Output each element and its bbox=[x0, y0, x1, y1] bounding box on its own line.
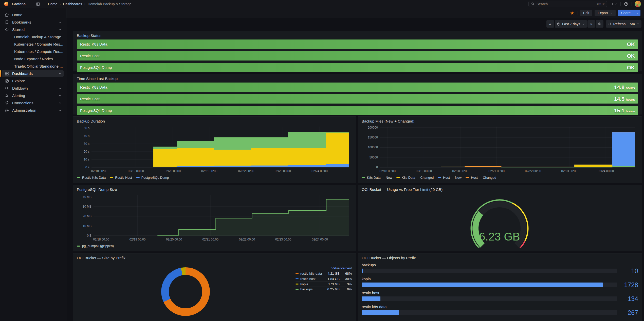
nav-divider bbox=[620, 2, 621, 6]
donut-hole bbox=[169, 275, 202, 308]
add-button[interactable] bbox=[610, 2, 618, 7]
sidebar-item-label: Explore bbox=[12, 79, 62, 83]
sidebar-item-explore[interactable]: Explore bbox=[2, 77, 64, 85]
objects-by-prefix-bars: backups 10 kopia 1728 restic bbox=[362, 263, 638, 315]
panel-title[interactable]: OCI Bucket — Usage vs Free Tier Limit (2… bbox=[362, 187, 638, 192]
legend-swatch bbox=[77, 246, 80, 247]
chevron-down-icon[interactable] bbox=[59, 102, 62, 105]
panel-title[interactable]: OCI Bucket — Objects by Prefix bbox=[362, 255, 638, 261]
edit-button[interactable]: Edit bbox=[580, 10, 592, 16]
svg-text:40 MB: 40 MB bbox=[83, 195, 91, 199]
value-column-header[interactable]: Value bbox=[324, 266, 340, 270]
slice-percent: 68% bbox=[340, 272, 352, 275]
time-shift-forward-button[interactable]: » bbox=[587, 20, 595, 28]
explore-icon bbox=[5, 78, 10, 84]
panel-backup-duration: Backup Duration 02/18 00:0002/19 00:0002… bbox=[73, 116, 356, 183]
refresh-interval-picker[interactable]: 5m bbox=[628, 20, 641, 28]
chart-legend: K8s Data — New K8s Data — Changed Host —… bbox=[362, 176, 638, 179]
sidebar-item-connections[interactable]: Connections bbox=[2, 99, 64, 107]
bar-label: restic-k8s-data bbox=[362, 305, 638, 309]
sidebar-item-administration[interactable]: Administration bbox=[2, 107, 64, 114]
panel-title[interactable]: Backup Files (New + Changed) bbox=[362, 118, 638, 124]
panel-title[interactable]: PostgreSQL Dump Size bbox=[77, 187, 352, 192]
sidebar-item-alerting[interactable]: Alerting bbox=[2, 92, 64, 99]
panel-title[interactable]: OCI Bucket — Size by Prefix bbox=[77, 255, 352, 261]
dock-sidebar-icon[interactable] bbox=[35, 1, 41, 7]
time-range-picker[interactable]: Last 7 days bbox=[555, 20, 587, 28]
stat-label: Restic K8s Data bbox=[80, 42, 107, 46]
sidebar-subitem[interactable]: Kubernetes / Compute Res... bbox=[2, 41, 64, 48]
legend-item[interactable]: Host — Changed bbox=[466, 176, 496, 179]
breadcrumb-item[interactable]: Home bbox=[48, 2, 57, 6]
share-button[interactable]: Share bbox=[618, 10, 634, 16]
svg-text:02/22 00:00: 02/22 00:00 bbox=[525, 169, 541, 173]
time-shift-back-button[interactable]: « bbox=[546, 20, 554, 28]
breadcrumb-item[interactable]: Homelab Backup & Storage bbox=[88, 2, 132, 6]
chevron-down-icon[interactable] bbox=[59, 94, 62, 97]
panel-title[interactable]: Backup Duration bbox=[77, 118, 352, 124]
legend-item[interactable]: Host — New bbox=[438, 176, 462, 179]
sidebar-item-label: Connections bbox=[12, 101, 59, 105]
chevron-down-icon bbox=[610, 12, 613, 14]
panel-title[interactable]: Time Since Last Backup bbox=[77, 76, 638, 82]
chevron-down-icon[interactable] bbox=[59, 72, 62, 75]
user-avatar[interactable] bbox=[635, 1, 641, 7]
legend-item[interactable]: Restic K8s Data bbox=[77, 176, 106, 179]
chevron-down-icon[interactable] bbox=[59, 87, 62, 90]
bar-gauge-row: restic-k8s-data 267 bbox=[362, 305, 638, 315]
legend-item[interactable]: K8s Data — New bbox=[362, 176, 392, 179]
svg-text:0 B: 0 B bbox=[87, 234, 91, 237]
legend-item[interactable]: Restic Host bbox=[110, 176, 132, 179]
legend-table-row[interactable]: restic-host 1.84 GB 30% bbox=[296, 276, 352, 281]
svg-text:02/22 00:00: 02/22 00:00 bbox=[239, 238, 255, 241]
star-icon bbox=[5, 27, 10, 32]
bar-gauge-row: backups 10 bbox=[362, 263, 638, 273]
panel-backup-status: Backup Status Restic K8s Data OK Restic … bbox=[73, 31, 642, 71]
legend-table-row[interactable]: restic-k8s-data 4.21 GB 68% bbox=[296, 271, 352, 276]
legend-item[interactable]: pg_dumpall (gzipped) bbox=[77, 244, 114, 248]
chevron-down-icon[interactable] bbox=[59, 21, 62, 24]
brand-name: Grafana bbox=[12, 2, 26, 6]
breadcrumb: Home›Dashboards›Homelab Backup & Storage bbox=[48, 2, 132, 6]
export-button[interactable]: Export bbox=[595, 10, 615, 16]
sidebar-subitem[interactable]: Node Exporter / Nodes bbox=[2, 55, 64, 63]
sidebar-subitem[interactable]: Traefik Official Standalone ... bbox=[2, 63, 64, 70]
backup-files-chart: 02/18 00:0002/19 00:0002/20 00:0002/21 0… bbox=[362, 124, 638, 174]
bar-label: kopia bbox=[362, 277, 638, 281]
panel-title[interactable]: Backup Status bbox=[77, 33, 638, 38]
search-input[interactable]: Search... ctrl+k bbox=[528, 1, 607, 7]
drilldown-icon bbox=[5, 86, 10, 91]
help-icon[interactable] bbox=[623, 1, 629, 7]
chevron-down-icon[interactable] bbox=[59, 109, 62, 112]
svg-text:02/21 00:00: 02/21 00:00 bbox=[202, 238, 218, 241]
zoom-out-icon[interactable] bbox=[596, 20, 603, 28]
breadcrumb-item[interactable]: Dashboards bbox=[63, 2, 82, 6]
legend-item[interactable]: PostgreSQL Dump bbox=[136, 176, 169, 179]
sidebar-item-drilldown[interactable]: Drilldown bbox=[2, 85, 64, 92]
sidebar-subitem[interactable]: Homelab Backup & Storage bbox=[2, 33, 64, 41]
bar-gauge-row: restic-host 134 bbox=[362, 291, 638, 301]
svg-text:50000: 50000 bbox=[370, 156, 378, 159]
sidebar-item-dashboards[interactable]: Dashboards bbox=[2, 70, 64, 77]
percent-column-header[interactable]: Percent bbox=[340, 266, 352, 270]
legend-table-row[interactable]: kopia 173 MB 3% bbox=[296, 281, 352, 287]
legend-swatch bbox=[77, 177, 80, 178]
svg-text:02/20 00:00: 02/20 00:00 bbox=[165, 169, 181, 173]
chevron-up-icon[interactable] bbox=[59, 28, 62, 31]
sidebar-subitem[interactable]: Kubernetes / Compute Res... bbox=[2, 48, 64, 55]
legend-table-row[interactable]: backups 6.25 MB 0% bbox=[296, 287, 352, 292]
share-dropdown-button[interactable] bbox=[634, 10, 640, 16]
favorite-star-icon[interactable]: ★ bbox=[570, 10, 574, 16]
chevron-down-icon bbox=[636, 12, 639, 14]
sidebar-item-starred[interactable]: Starred bbox=[2, 26, 64, 33]
grafana-logo[interactable] bbox=[3, 1, 9, 7]
stat-bar: PostgreSQL Dump 15.1hours bbox=[77, 106, 638, 115]
svg-text:30 MB: 30 MB bbox=[83, 205, 91, 208]
stat-value: 14.5hours bbox=[614, 96, 635, 102]
sidebar-item-bookmarks[interactable]: Bookmarks bbox=[2, 18, 64, 26]
sidebar-item-home[interactable]: Home bbox=[2, 11, 64, 18]
svg-text:100000: 100000 bbox=[368, 146, 378, 149]
refresh-button[interactable]: Refresh bbox=[606, 20, 628, 28]
legend-item[interactable]: K8s Data — Changed bbox=[396, 176, 434, 179]
panel-oci-size-by-prefix: OCI Bucket — Size by Prefix Value Percen… bbox=[73, 253, 356, 321]
